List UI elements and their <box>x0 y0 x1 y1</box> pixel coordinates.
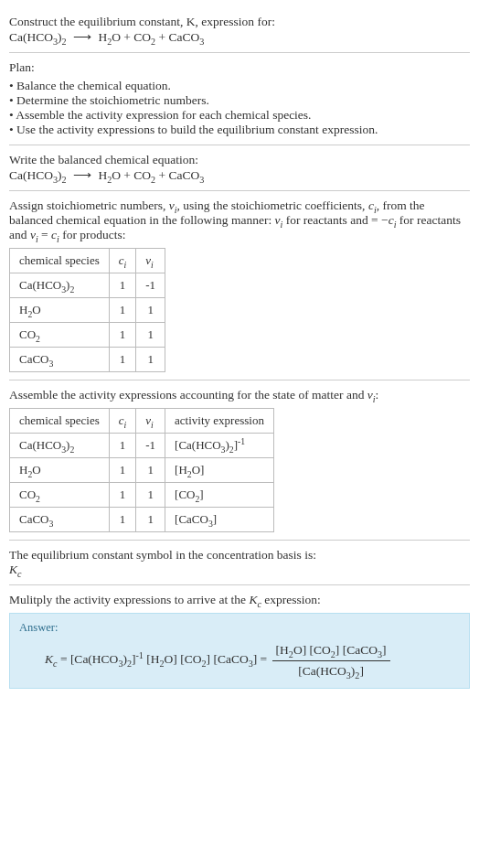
assign-text: Assign stoichiometric numbers, νi, using… <box>9 198 470 242</box>
multiply-section: Mulitply the activity expressions to arr… <box>9 585 470 689</box>
answer-label: Answer: <box>19 621 460 635</box>
plan-section: Plan: Balance the chemical equation. Det… <box>9 53 470 145</box>
cell: 1 <box>109 508 136 532</box>
col-vi: νi <box>136 249 165 273</box>
cell: 1 <box>136 458 165 483</box>
answer-equation: Kc = [Ca(HCO3)2]-1 [H2O] [CO2] [CaCO3] =… <box>45 640 460 680</box>
col-ci: ci <box>109 409 136 434</box>
t: : <box>376 388 379 402</box>
eq-left: Ca(HCO3)2 <box>9 30 67 44</box>
multiply-text: Mulitply the activity expressions to arr… <box>9 593 470 607</box>
activity-table: chemical species ci νi activity expressi… <box>9 408 274 532</box>
col-species: chemical species <box>10 249 110 273</box>
intro-section: Construct the equilibrium constant, K, e… <box>9 7 470 53</box>
cell-c: 1 <box>109 323 136 348</box>
cell-v: -1 <box>136 273 165 298</box>
construct-text: Construct the equilibrium constant, K, e… <box>9 15 275 28</box>
eq2-right: H2O + CO2 + CaCO3 <box>98 168 204 182</box>
col-vi: νi <box>136 409 165 434</box>
eq2-left: Ca(HCO3)2 <box>9 168 67 182</box>
t: expression: <box>261 593 321 606</box>
arrow-icon: ⟶ <box>73 168 91 182</box>
t: , using the stoichiometric coefficients, <box>177 198 368 212</box>
cell: 1 <box>136 483 165 508</box>
table-row: H2O 1 1 [H2O] <box>10 458 274 483</box>
denominator: [Ca(HCO3)2] <box>272 661 390 681</box>
cell: 1 <box>109 434 136 458</box>
t: Mulitply the activity expressions to arr… <box>9 593 249 606</box>
cell-v: 1 <box>136 298 165 323</box>
answer-box: Answer: Kc = [Ca(HCO3)2]-1 [H2O] [CO2] [… <box>9 613 470 689</box>
t: Assemble the activity expressions accoun… <box>9 388 367 402</box>
cell: 1 <box>136 508 165 532</box>
table-row: CaCO3 1 1 [CaCO3] <box>10 508 274 532</box>
construct-line: Construct the equilibrium constant, K, e… <box>9 15 470 29</box>
assemble-text: Assemble the activity expressions accoun… <box>9 388 470 402</box>
cell-species: H2O <box>10 298 110 323</box>
plan-item: Determine the stoichiometric numbers. <box>9 93 470 108</box>
kc-symbol-section: The equilibrium constant symbol in the c… <box>9 541 470 585</box>
equation-2: Ca(HCO3)2 ⟶ H2O + CO2 + CaCO3 <box>9 167 470 183</box>
cell-c: 1 <box>109 348 136 372</box>
cell: 1 <box>109 483 136 508</box>
cell: [H2O] <box>165 458 274 483</box>
t: for products: <box>59 228 126 241</box>
assign-section: Assign stoichiometric numbers, νi, using… <box>9 191 470 380</box>
cell: CaCO3 <box>10 508 110 532</box>
table-row: Ca(HCO3)2 1 -1 [Ca(HCO3)2]-1 <box>10 434 274 458</box>
t: Assign stoichiometric numbers, <box>9 198 169 212</box>
col-activity: activity expression <box>165 409 274 434</box>
table-row: CaCO3 1 1 <box>10 348 165 372</box>
cell: H2O <box>10 458 110 483</box>
cell: -1 <box>136 434 165 458</box>
cell-c: 1 <box>109 273 136 298</box>
cell: 1 <box>109 458 136 483</box>
cell: CO2 <box>10 483 110 508</box>
plan-item: Assemble the activity expression for eac… <box>9 108 470 123</box>
cell: [CaCO3] <box>165 508 274 532</box>
t: = −ci <box>371 213 396 227</box>
col-ci: ci <box>109 249 136 273</box>
stoich-table: chemical species ci νi Ca(HCO3)2 1 -1 H2… <box>9 248 165 372</box>
table-row: H2O 1 1 <box>10 298 165 323</box>
cell-species: CO2 <box>10 323 110 348</box>
write-balanced-text: Write the balanced chemical equation: <box>9 153 470 167</box>
table-header: chemical species ci νi <box>10 249 165 273</box>
table-row: CO2 1 1 [CO2] <box>10 483 274 508</box>
cell-species: Ca(HCO3)2 <box>10 273 110 298</box>
t: for reactants and <box>282 213 371 227</box>
activity-section: Assemble the activity expressions accoun… <box>9 380 470 541</box>
table-row: CO2 1 1 <box>10 323 165 348</box>
cell-c: 1 <box>109 298 136 323</box>
eq-right: H2O + CO2 + CaCO3 <box>98 30 204 44</box>
cell: Ca(HCO3)2 <box>10 434 110 458</box>
plan-item: Use the activity expressions to build th… <box>9 123 470 137</box>
numerator: [H2O] [CO2] [CaCO3] <box>272 640 390 661</box>
table-header: chemical species ci νi activity expressi… <box>10 409 274 434</box>
cell-v: 1 <box>136 323 165 348</box>
plan-label: Plan: <box>9 60 470 75</box>
balanced-section: Write the balanced chemical equation: Ca… <box>9 145 470 191</box>
kc-symbol: Kc <box>9 563 470 577</box>
plan-list: Balance the chemical equation. Determine… <box>9 79 470 137</box>
fraction: [H2O] [CO2] [CaCO3] [Ca(HCO3)2] <box>272 640 390 680</box>
kc-text: The equilibrium constant symbol in the c… <box>9 548 470 563</box>
cell-v: 1 <box>136 348 165 372</box>
cell: [Ca(HCO3)2]-1 <box>165 434 274 458</box>
equation-1: Ca(HCO3)2 ⟶ H2O + CO2 + CaCO3 <box>9 29 470 45</box>
cell-species: CaCO3 <box>10 348 110 372</box>
col-species: chemical species <box>10 409 110 434</box>
table-row: Ca(HCO3)2 1 -1 <box>10 273 165 298</box>
cell: [CO2] <box>165 483 274 508</box>
plan-item: Balance the chemical equation. <box>9 79 470 93</box>
arrow-icon: ⟶ <box>73 30 91 44</box>
